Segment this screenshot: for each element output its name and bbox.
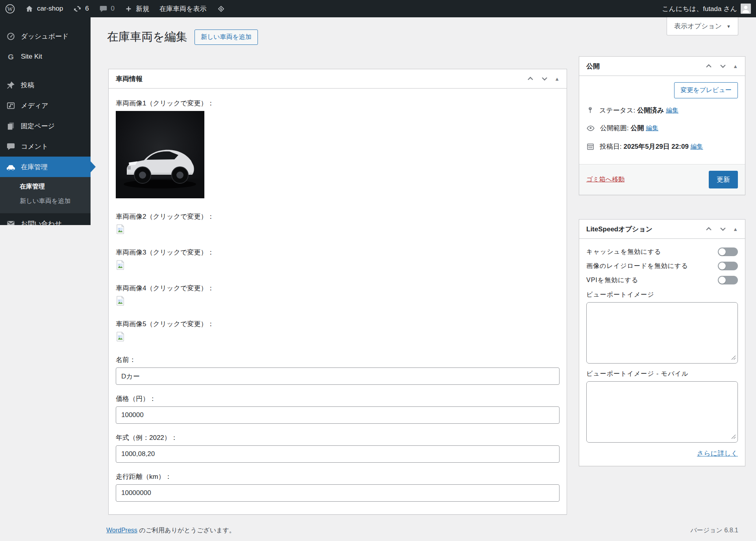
admin-menu: ダッシュボード G Site Kit 投稿 メディア 固定ページ コメント [0, 17, 91, 225]
account-menu[interactable]: こんにちは、futada さん [657, 4, 756, 14]
greeting-label: こんにちは、futada さん [662, 4, 737, 13]
viewport-image-textarea[interactable] [586, 302, 738, 364]
toggle-label: VPIを無効にする [586, 276, 638, 284]
sidebar-item-dashboard[interactable]: ダッシュボード [0, 26, 91, 46]
sidebar-item-pages[interactable]: 固定ページ [0, 116, 91, 136]
date-label: 投稿日: [600, 143, 622, 150]
vehicle-info-metabox: 車両情報 ▲ 車両画像1（クリックで変更）： [108, 69, 567, 515]
comment-icon [99, 5, 107, 13]
wordpress-logo[interactable]: W [0, 0, 20, 17]
vehicle-image-field-5: 車両画像5（クリックで変更）： [116, 319, 560, 343]
pin-icon [586, 106, 594, 116]
sidebar-item-contact[interactable]: お問い合わせ [0, 213, 91, 225]
year-input[interactable] [116, 445, 560, 463]
sidebar-item-media[interactable]: メディア [0, 95, 91, 116]
footer-thanks-text: のご利用ありがとうございます。 [137, 527, 235, 534]
wordpress-logo-icon: W [5, 4, 15, 14]
move-up-button[interactable] [704, 225, 713, 233]
site-name-link[interactable]: car-shop [20, 0, 68, 17]
admin-bar: W car-shop 6 0 新規 在庫車両を表示 こんにちは、futad [0, 0, 756, 17]
viewport-image-mobile-textarea[interactable] [586, 381, 738, 443]
home-icon [25, 5, 33, 13]
updates-link[interactable]: 6 [68, 0, 94, 17]
name-field: 名前： [116, 355, 560, 385]
learn-more-link[interactable]: さらに詳しく [697, 450, 738, 457]
avatar [741, 4, 751, 14]
toggle-label: キャッシュを無効にする [586, 248, 661, 256]
viewport-image-mobile-label: ビューポートイメージ - モバイル [586, 370, 738, 378]
footer-thanks: WordPress のご利用ありがとうございます。 [106, 526, 235, 535]
pushpin-icon [6, 81, 16, 90]
collapse-toggle-icon[interactable]: ▲ [733, 226, 738, 232]
field-label: 走行距離（km）： [116, 472, 560, 481]
litespeed-menu[interactable] [211, 0, 231, 17]
eye-icon [586, 124, 595, 135]
edit-visibility-link[interactable]: 編集 [646, 125, 658, 131]
view-vehicle-link[interactable]: 在庫車両を表示 [154, 0, 211, 17]
sidebar-item-inventory[interactable]: 在庫管理 [0, 157, 91, 177]
chevron-down-icon: ▼ [726, 24, 731, 29]
update-button[interactable]: 更新 [709, 171, 738, 188]
move-down-button[interactable] [719, 225, 727, 233]
publish-box-footer: ゴミ箱へ移動 更新 [579, 164, 745, 195]
mileage-input[interactable] [116, 484, 560, 502]
move-up-button[interactable] [704, 62, 713, 70]
edit-date-link[interactable]: 編集 [691, 143, 703, 150]
svg-text:G: G [8, 52, 14, 61]
disable-cache-row: キャッシュを無効にする [586, 247, 738, 256]
broken-image-icon[interactable] [116, 332, 560, 343]
screen-options-button[interactable]: 表示オプション ▼ [667, 17, 738, 35]
litespeed-icon [217, 4, 226, 13]
preview-changes-button[interactable]: 変更をプレビュー [674, 82, 738, 98]
publish-box-header: 公開 ▲ [579, 57, 745, 76]
vehicle-image-1[interactable] [116, 111, 560, 200]
field-label: 車両画像5（クリックで変更）： [116, 319, 560, 329]
add-new-vehicle-button[interactable]: 新しい車両を追加 [195, 30, 258, 45]
collapse-toggle-icon[interactable]: ▲ [554, 76, 560, 82]
update-icon [73, 5, 82, 13]
price-field: 価格（円）： [116, 394, 560, 424]
collapse-toggle-icon[interactable]: ▲ [733, 63, 738, 69]
dashboard-icon [6, 32, 16, 41]
sidebar-item-posts[interactable]: 投稿 [0, 75, 91, 95]
move-to-trash-link[interactable]: ゴミ箱へ移動 [586, 175, 624, 184]
status-label: ステータス: [599, 107, 635, 114]
move-up-button[interactable] [526, 74, 535, 83]
plus-icon [125, 5, 132, 13]
vehicle-image-field-4: 車両画像4（クリックで変更）： [116, 284, 560, 308]
vehicle-image-field-3: 車両画像3（クリックで変更）： [116, 248, 560, 272]
calendar-icon [586, 142, 595, 153]
submenu-item-inventory[interactable]: 在庫管理 [0, 179, 91, 194]
disable-vpi-toggle[interactable] [718, 276, 738, 284]
screen-options-label: 表示オプション [674, 22, 722, 31]
name-input[interactable] [116, 367, 560, 385]
sidebar-item-label: コメント [21, 142, 48, 151]
new-content-label: 新規 [136, 4, 149, 13]
move-down-button[interactable] [719, 62, 727, 70]
broken-image-icon[interactable] [116, 296, 560, 308]
sidebar-item-sitekit[interactable]: G Site Kit [0, 46, 91, 67]
edit-status-link[interactable]: 編集 [666, 107, 678, 114]
publish-box-body: 変更をプレビュー ステータス: 公開済み 編集 公開範囲: 公開 編集 [579, 76, 745, 164]
new-content-link[interactable]: 新規 [120, 0, 154, 17]
vehicle-image-field-2: 車両画像2（クリックで変更）： [116, 212, 560, 236]
submenu-item-add-vehicle[interactable]: 新しい車両を追加 [0, 194, 91, 209]
field-label: 車両画像1（クリックで変更）： [116, 99, 560, 108]
disable-lazyload-toggle[interactable] [718, 262, 738, 270]
comments-link[interactable]: 0 [94, 0, 120, 17]
broken-image-icon[interactable] [116, 224, 560, 236]
move-down-button[interactable] [540, 74, 549, 83]
disable-cache-toggle[interactable] [718, 247, 738, 256]
car-icon [6, 162, 16, 172]
visibility-label: 公開範囲: [600, 124, 629, 132]
wordpress-link[interactable]: WordPress [106, 527, 137, 534]
status-row: ステータス: 公開済み 編集 [586, 106, 738, 116]
footer-version: バージョン 6.8.1 [690, 526, 738, 535]
field-label: 車両画像3（クリックで変更）： [116, 248, 560, 257]
page-title: 在庫車両を編集 [107, 29, 187, 45]
disable-lazyload-row: 画像のレイジロードを無効にする [586, 262, 738, 270]
price-input[interactable] [116, 406, 560, 424]
broken-image-icon[interactable] [116, 260, 560, 272]
inventory-submenu: 在庫管理 新しい車両を追加 [0, 177, 91, 213]
sidebar-item-comments[interactable]: コメント [0, 136, 91, 157]
